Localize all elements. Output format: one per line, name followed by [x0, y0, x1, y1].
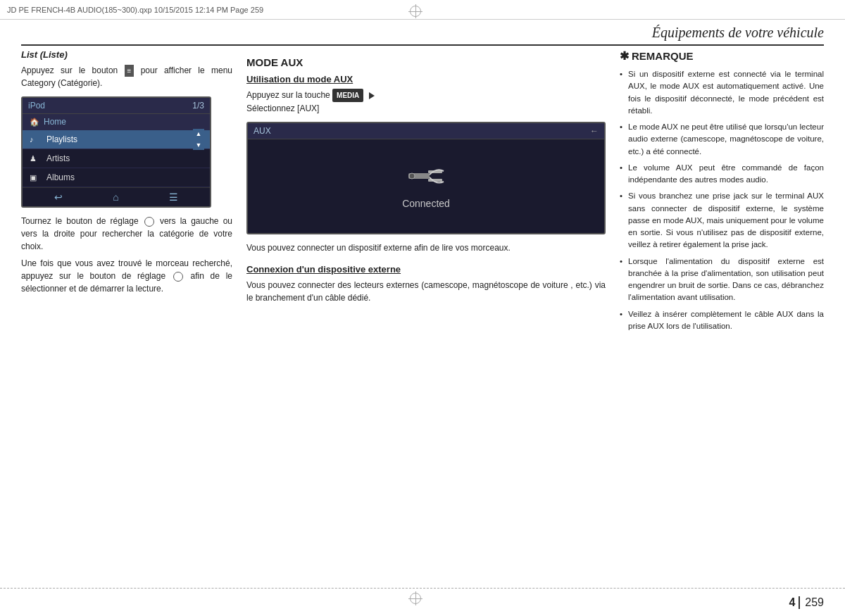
- remark-item-4: Si vous branchez une prise jack sur le t…: [620, 190, 824, 251]
- ipod-item-artists-label: Artists: [46, 153, 70, 163]
- footer-page: 259: [805, 596, 824, 609]
- aux-connected-text: Connected: [402, 198, 450, 209]
- scroll-down[interactable]: ▼: [193, 140, 204, 150]
- remark-item-3: Le volume AUX peut être commandé de faço…: [620, 162, 824, 187]
- remark-item-2: Le mode AUX ne peut être utilisé que lor…: [620, 121, 824, 158]
- ipod-item-playlists[interactable]: ♪ Playlists ▲ ▼: [23, 130, 210, 149]
- aux-para2: Vous pouvez connecter un dispositif exte…: [246, 241, 606, 254]
- footer-page-number: 4 259: [789, 596, 824, 609]
- ipod-brand: iPod: [28, 101, 45, 111]
- left-column: List (Liste) Appuyez sur le bouton ≡ pou…: [21, 49, 232, 581]
- playlist-icon: ♪: [30, 135, 41, 144]
- list-button-icon: ≡: [125, 65, 134, 77]
- utilisation-heading: Utilisation du mode AUX: [246, 74, 606, 84]
- aux-para1: Appuyez sur la touche MEDIA Sélectionnez…: [246, 89, 606, 115]
- page-title-bar: Équipements de votre véhicule: [21, 25, 824, 46]
- triangle-right-icon: [369, 92, 375, 99]
- ipod-screen: iPod 1/3 🏠 Home ♪ Playlists ▲ ▼ ♟: [21, 96, 211, 208]
- page-title: Équipements de votre véhicule: [652, 25, 824, 41]
- list-para1: Appuyez sur le bouton ≡ pour afficher le…: [21, 64, 232, 89]
- connexion-heading: Connexion d'un dispositive externe: [246, 264, 606, 275]
- ipod-item-albums[interactable]: ▣ Albums: [23, 168, 210, 187]
- ipod-item-playlists-label: Playlists: [46, 134, 77, 144]
- header-bar: JD PE FRENCH-4B AUDIO(185~300).qxp 10/15…: [0, 0, 845, 20]
- remark-item-1: Si un dispositif externe est connecté vi…: [620, 68, 824, 117]
- ipod-home-row: 🏠 Home: [23, 114, 210, 130]
- media-button: MEDIA: [332, 89, 363, 102]
- ipod-nav-row: ↩ ⌂ ☰: [23, 187, 210, 206]
- mode-aux-heading: MODE AUX: [246, 56, 606, 68]
- list-para2: Tournez le bouton de réglage vers la gau…: [21, 215, 232, 253]
- knob-icon-1: [144, 217, 154, 227]
- scroll-arrows[interactable]: ▲ ▼: [193, 129, 204, 150]
- ipod-list-icon[interactable]: ☰: [169, 191, 178, 203]
- remark-item-5: Lorsque l'alimentation du dispositif ext…: [620, 256, 824, 304]
- aux-connector-svg: [405, 161, 447, 192]
- star-icon: ✱: [620, 49, 629, 63]
- knob-icon-2: [173, 272, 183, 282]
- aux-label: AUX: [254, 126, 271, 136]
- right-column: ✱ REMARQUE Si un dispositif externe est …: [620, 49, 824, 581]
- ipod-item-artists[interactable]: ♟ Artists: [23, 149, 210, 168]
- middle-column: MODE AUX Utilisation du mode AUX Appuyez…: [246, 49, 606, 581]
- footer-chapter: 4: [789, 596, 800, 609]
- ipod-home-icon[interactable]: ⌂: [113, 191, 118, 203]
- header-text: JD PE FRENCH-4B AUDIO(185~300).qxp 10/15…: [7, 6, 263, 14]
- footer: 4 259: [0, 588, 845, 616]
- ipod-menu: ♪ Playlists ▲ ▼ ♟ Artists ▣ Albums: [23, 130, 210, 187]
- main-content: List (Liste) Appuyez sur le bouton ≡ pou…: [21, 49, 824, 581]
- remark-title: REMARQUE: [632, 50, 694, 62]
- aux-close-icon: ←: [590, 126, 599, 136]
- list-para3: Une fois que vous avez trouvé le morceau…: [21, 257, 232, 295]
- remark-item-6: Veillez à insérer complètement le câble …: [620, 308, 824, 333]
- aux-screen: AUX ← Connected: [246, 122, 606, 234]
- remark-heading: ✱ REMARQUE: [620, 49, 824, 63]
- list-section-heading: List (Liste): [21, 49, 232, 60]
- aux-body: Connected: [248, 139, 604, 230]
- scroll-up[interactable]: ▲: [193, 129, 204, 139]
- ipod-header: iPod 1/3: [23, 98, 210, 114]
- ipod-page-indicator: 1/3: [192, 101, 204, 111]
- aux-header: AUX ←: [248, 123, 604, 139]
- ipod-label: iPod: [28, 101, 45, 111]
- artist-icon: ♟: [30, 154, 41, 163]
- svg-point-3: [409, 173, 415, 179]
- remark-list: Si un dispositif externe est connecté vi…: [620, 68, 824, 332]
- album-icon: ▣: [30, 173, 41, 182]
- aux-para3: Vous pouvez connecter des lecteurs exter…: [246, 279, 606, 304]
- ipod-item-albums-label: Albums: [46, 172, 75, 182]
- ipod-back-icon[interactable]: ↩: [54, 191, 63, 203]
